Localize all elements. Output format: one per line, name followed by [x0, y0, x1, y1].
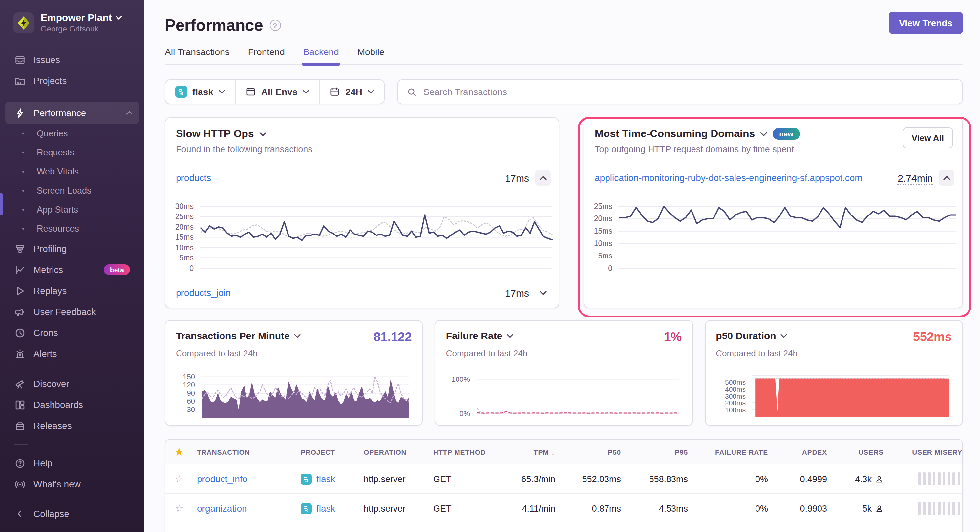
archive-icon [14, 420, 25, 432]
svg-text:15ms: 15ms [175, 233, 194, 241]
tab-all-transactions[interactable]: All Transactions [165, 46, 230, 64]
collapse-chart-button[interactable] [535, 170, 551, 186]
svg-text:0: 0 [189, 264, 194, 273]
col-transaction[interactable]: TRANSACTION [193, 448, 297, 456]
sidebar-item-dashboards[interactable]: Dashboards [0, 394, 145, 415]
transaction-link[interactable]: organization [197, 503, 247, 514]
sidebar-item-crons[interactable]: Crons [0, 322, 145, 343]
chevron-up-icon [126, 111, 133, 115]
sidebar-item-help[interactable]: Help [0, 453, 145, 473]
project-link[interactable]: flask [317, 503, 336, 514]
favorite-star-icon[interactable]: ☆ [165, 502, 193, 514]
sidebar-item-queries[interactable]: Queries [0, 124, 145, 143]
svg-text:400ms: 400ms [725, 385, 745, 393]
col-http-method[interactable]: HTTP METHOD [429, 448, 507, 456]
user-icon [875, 475, 883, 483]
p50-duration-title[interactable]: p50 Duration [716, 330, 787, 341]
tab-frontend[interactable]: Frontend [248, 46, 285, 64]
favorite-star-icon[interactable]: ☆ [165, 473, 193, 485]
col-apdex[interactable]: APDEX [772, 448, 831, 456]
search-input[interactable] [423, 87, 953, 97]
sidebar-item-projects[interactable]: Projects [0, 70, 145, 91]
help-icon [14, 457, 25, 469]
col-project[interactable]: PROJECT [297, 448, 360, 456]
col-operation[interactable]: OPERATION [360, 448, 429, 456]
domain-link[interactable]: application-monitoring-ruby-dot-sales-en… [595, 173, 862, 183]
org-switcher[interactable]: Empower Plant George Gritsouk [0, 0, 145, 33]
chevron-down-icon [302, 90, 309, 94]
svg-text:25ms: 25ms [175, 212, 194, 221]
products-link[interactable]: products [176, 173, 211, 183]
sidebar-item-profiling[interactable]: Profiling [0, 238, 145, 259]
failure-rate-value: 1% [663, 330, 682, 345]
sidebar-item-discover[interactable]: Discover [0, 373, 145, 394]
sidebar-collapse-button[interactable]: Collapse [0, 503, 145, 524]
col-p95[interactable]: P95 [625, 448, 692, 456]
play-icon [14, 285, 25, 297]
col-users[interactable]: USERS [831, 448, 888, 456]
svg-text:5ms: 5ms [598, 252, 612, 260]
svg-text:20ms: 20ms [175, 223, 194, 231]
table-row: ☆ organization flask http.server GET 4.1… [165, 494, 962, 524]
chevron-down-icon [760, 132, 767, 136]
sidebar: Empower Plant George Gritsouk Issues Pro… [0, 0, 145, 532]
tpm-title[interactable]: Transactions Per Minute [176, 330, 301, 341]
calendar-icon [329, 87, 340, 97]
expand-chart-button[interactable] [535, 285, 551, 300]
view-all-button[interactable]: View All [902, 127, 953, 148]
sidebar-item-performance[interactable]: Performance [5, 102, 139, 124]
sidebar-item-screen-loads[interactable]: Screen Loads [0, 181, 145, 200]
svg-text:25ms: 25ms [594, 202, 612, 211]
col-tpm[interactable]: TPM ↓ [507, 447, 559, 456]
svg-text:100%: 100% [452, 375, 470, 383]
help-question-icon[interactable]: ? [269, 20, 281, 31]
sidebar-item-whats-new[interactable]: What's new [0, 473, 145, 495]
tab-backend[interactable]: Backend [303, 46, 339, 64]
failure-rate-title[interactable]: Failure Rate [446, 330, 514, 341]
products-join-link[interactable]: products_join [176, 287, 231, 298]
clock-icon [14, 327, 25, 338]
flask-project-icon [301, 503, 312, 514]
svg-text:150: 150 [183, 373, 195, 381]
empower-plant-logo-icon [16, 15, 32, 30]
sidebar-item-web-vitals[interactable]: Web Vitals [0, 162, 145, 181]
beta-badge: beta [104, 264, 130, 275]
slow-http-ops-title[interactable]: Slow HTTP Ops [176, 128, 548, 140]
p50-duration-chart: 500ms400ms300ms200ms100ms [716, 371, 952, 419]
sidebar-item-issues[interactable]: Issues [0, 49, 145, 70]
project-link[interactable]: flask [317, 473, 336, 484]
user-icon [875, 504, 883, 513]
domains-widget-title[interactable]: Most Time-Consuming Domains new [595, 128, 952, 140]
sidebar-item-app-starts[interactable]: App Starts [0, 200, 145, 219]
widget-row: Slow HTTP Ops Found in the following tra… [165, 118, 963, 308]
chevron-down-icon [507, 333, 513, 338]
sidebar-item-resources[interactable]: Resources [0, 219, 145, 238]
chevron-down-icon [781, 333, 788, 338]
sidebar-item-replays[interactable]: Replays [0, 280, 145, 301]
org-user: George Gritsouk [41, 24, 123, 33]
megaphone-icon [14, 306, 25, 318]
page-title: Performance [165, 16, 263, 35]
col-user-misery[interactable]: USER MISERY [888, 448, 963, 456]
svg-text:20ms: 20ms [594, 214, 612, 223]
svg-text:30ms: 30ms [175, 202, 194, 211]
col-failure-rate[interactable]: FAILURE RATE [692, 448, 772, 456]
col-p50[interactable]: P50 [559, 448, 625, 456]
sidebar-item-metrics[interactable]: Metrics beta [0, 259, 145, 280]
sidebar-item-alerts[interactable]: Alerts [0, 343, 145, 364]
sidebar-item-user-feedback[interactable]: User Feedback [0, 301, 145, 322]
view-trends-button[interactable]: View Trends [888, 12, 963, 34]
broadcast-icon [14, 478, 25, 490]
date-range-selector[interactable]: 24H [319, 80, 383, 104]
project-selector[interactable]: flask [165, 80, 235, 104]
user-misery-bars [888, 472, 963, 486]
star-icon[interactable]: ★ [165, 446, 193, 457]
sidebar-item-releases[interactable]: Releases [0, 415, 145, 436]
sidebar-divider [14, 444, 28, 445]
sidebar-item-requests[interactable]: Requests [0, 143, 145, 162]
chevron-down-icon [368, 90, 374, 94]
tab-mobile[interactable]: Mobile [357, 46, 385, 64]
environment-selector[interactable]: All Envs [235, 80, 319, 104]
transaction-link[interactable]: product_info [197, 473, 247, 484]
collapse-chart-button[interactable] [939, 170, 955, 186]
